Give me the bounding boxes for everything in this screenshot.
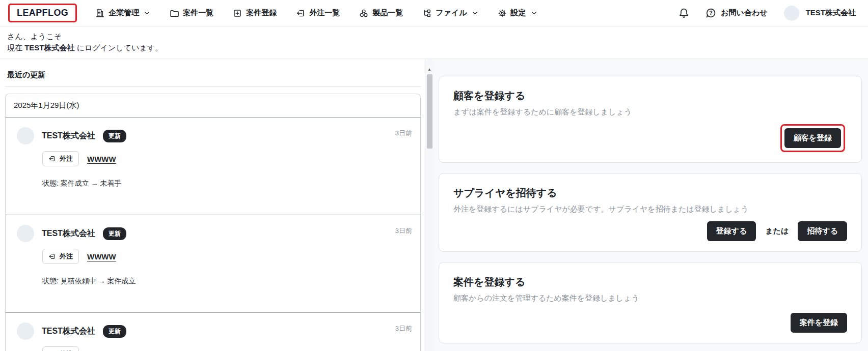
return-arrow-icon [296,9,305,18]
question-chat-icon: ? [706,8,716,18]
update-status: 状態: 見積依頼中 → 案件成立 [42,277,412,312]
nav-item-project-register[interactable]: 案件登録 [233,8,277,18]
svg-text:?: ? [710,10,713,16]
update-link[interactable]: WWWW [87,155,116,163]
card-title: 顧客を登録する [453,89,847,103]
account-avatar [784,6,799,21]
or-text: または [765,226,789,236]
gear-icon [498,9,507,18]
nav-label: 案件登録 [246,8,277,18]
update-item: TEST株式会社 更新 3日前 外注 [6,118,420,215]
update-time: 3日前 [395,127,412,138]
return-arrow-icon [48,155,56,162]
nav-label: 企業管理 [108,8,139,18]
account-menu[interactable]: TEST株式会社 [784,6,856,21]
updates-list-card: 2025年1月29日(水) TEST株式会社 更新 3日前 [5,94,421,351]
building-icon [95,9,104,18]
card-subtitle: 外注を登録するにはサプライヤが必要です。サプライヤを招待または登録しましょう [453,204,847,214]
tag-label: 外注 [60,154,73,163]
boxes-icon [359,9,368,18]
doc-plus-icon [233,9,242,18]
update-badge: 更新 [103,130,126,142]
register-supplier-button[interactable]: 登録する [707,221,756,241]
updates-date-header: 2025年1月29日(水) [6,94,420,118]
company-name: TEST株式会社 [42,131,95,141]
outsource-tag-chip: 外注 [42,346,79,351]
scrollbar-up-arrow[interactable]: ▲ [427,67,431,72]
onboarding-panel: 顧客を登録する まずは案件を登録するために顧客を登録しましょう 顧客を登録 サプ… [433,59,868,351]
card-subtitle: まずは案件を登録するために顧客を登録しましょう [453,107,847,117]
chevron-down-icon [144,10,150,16]
nav-item-company-management[interactable]: 企業管理 [95,8,150,18]
nav-item-settings[interactable]: 設定 [498,8,537,18]
card-register-customer: 顧客を登録する まずは案件を登録するために顧客を登録しましょう 顧客を登録 [439,76,862,163]
company-name: TEST株式会社 [42,228,95,239]
logo-highlight-box: LEAPFLOG [8,4,77,22]
chevron-down-icon [531,10,537,16]
company-avatar [17,127,34,144]
company-name: TEST株式会社 [42,326,95,337]
card-title: サプライヤを招待する [453,186,847,200]
welcome-banner: さん、ようこそ 現在 TEST株式会社 にログインしています。 [0,26,868,59]
nav-item-project-list[interactable]: 案件一覧 [170,8,213,18]
main-content: 最近の更新 2025年1月29日(水) TEST株式会社 更新 3日前 [0,59,868,351]
card-register-project: 案件を登録する 顧客からの注文を管理するため案件を登録しましょう 案件を登録 [439,262,862,343]
outsource-tag-chip: 外注 [42,249,79,264]
card-title: 案件を登録する [453,275,847,289]
contact-button[interactable]: ? お問い合わせ [706,8,767,18]
current-company: TEST株式会社 [24,43,74,52]
card-subtitle: 顧客からの注文を管理するため案件を登録しましょう [453,294,847,303]
register-project-button[interactable]: 案件を登録 [791,313,847,333]
tree-icon [422,9,431,18]
recent-updates-heading: 最近の更新 [5,70,421,87]
chevron-down-icon [472,10,478,16]
nav-item-product-list[interactable]: 製品一覧 [359,8,403,18]
button-highlight-box: 顧客を登録 [780,124,845,152]
update-status: 状態: 案件成立 → 未着手 [42,179,412,215]
tag-label: 外注 [60,252,73,261]
account-name: TEST株式会社 [806,8,856,18]
contact-label: お問い合わせ [721,8,767,18]
nav-label: 製品一覧 [372,8,403,18]
app-logo[interactable]: LEAPFLOG [17,8,68,18]
outsource-tag-chip: 外注 [42,151,79,166]
welcome-line1: さん、ようこそ [7,31,861,42]
update-badge: 更新 [103,227,126,240]
folder-icon [170,9,179,18]
invite-supplier-button[interactable]: 招待する [798,221,847,241]
bell-icon [679,8,689,18]
update-item: TEST株式会社 更新 3日前 外注 [6,215,420,312]
update-time: 3日前 [395,225,412,236]
main-nav: 企業管理 案件一覧 [95,8,537,18]
update-time: 3日前 [395,323,412,333]
nav-label: 設定 [511,8,526,18]
welcome-line2: 現在 TEST株式会社 にログインしています。 [7,42,861,53]
return-arrow-icon [48,253,56,260]
register-customer-button[interactable]: 顧客を登録 [784,128,841,148]
top-navbar: LEAPFLOG 企業管理 [0,0,868,26]
company-avatar [17,323,34,340]
nav-label: 外注一覧 [309,8,340,18]
app-screen: LEAPFLOG 企業管理 [0,0,868,351]
company-avatar [17,225,34,242]
vertical-scrollbar[interactable]: ▲ [425,59,433,351]
recent-updates-panel: 最近の更新 2025年1月29日(水) TEST株式会社 更新 3日前 [0,59,425,351]
card-invite-supplier: サプライヤを招待する 外注を登録するにはサプライヤが必要です。サプライヤを招待ま… [439,173,862,252]
update-item: TEST株式会社 更新 3日前 外注 [6,312,420,351]
nav-label: ファイル [436,8,467,18]
nav-item-files[interactable]: ファイル [422,8,478,18]
nav-item-outsource-list[interactable]: 外注一覧 [296,8,340,18]
nav-label: 案件一覧 [183,8,213,18]
update-link[interactable]: WWWW [87,252,116,261]
update-badge: 更新 [103,325,126,338]
scrollbar-thumb[interactable] [427,74,432,149]
notifications-button[interactable] [679,8,689,18]
navbar-right: ? お問い合わせ TEST株式会社 [679,6,856,21]
